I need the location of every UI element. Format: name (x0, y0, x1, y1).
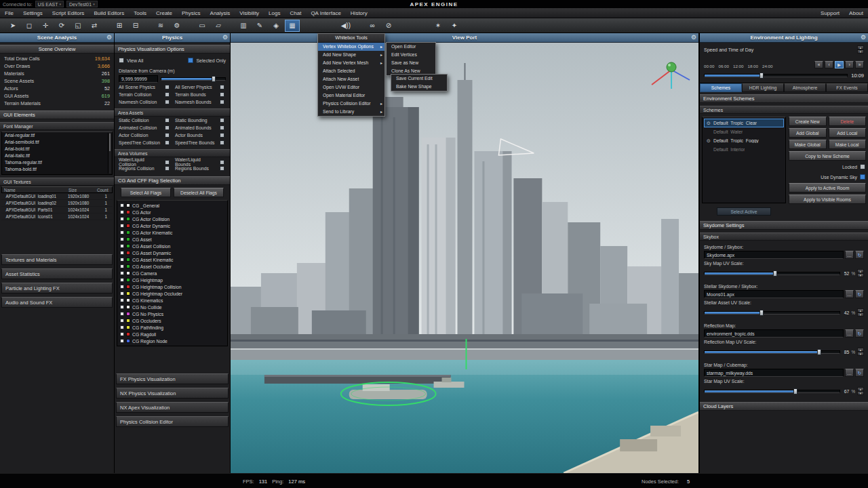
gear-icon[interactable]: ⚙ (861, 34, 866, 41)
paint-tool-icon[interactable]: ✎ (252, 20, 267, 32)
browse-button[interactable]: … (845, 369, 854, 377)
scrollbar[interactable] (108, 133, 111, 174)
refresh-icon[interactable]: ↻ (855, 251, 864, 259)
menu-bar-item[interactable]: History (346, 8, 372, 18)
env-tab[interactable]: Atmosphere (784, 83, 826, 92)
toggle-checkbox-right[interactable] (220, 166, 224, 171)
menu-bar-item[interactable]: Analysis (205, 8, 235, 18)
texture-row[interactable]: _APXDefaultGUI_Icons01 1024x1024 1 (1, 214, 113, 220)
selected-only-checkbox[interactable] (188, 58, 193, 63)
env-tab[interactable]: HDR Lighting (742, 83, 784, 92)
menu-bar-item[interactable]: Script Editors (47, 8, 90, 18)
sky-file-field[interactable]: Skydome.apx (704, 251, 844, 259)
flag-row[interactable]: CG Actor (117, 209, 227, 216)
toggle-checkbox-right[interactable] (220, 92, 224, 97)
flag-row[interactable]: CG Kinematics (117, 297, 227, 304)
terrain-tool-icon[interactable]: ≋ (153, 20, 168, 32)
sky-file-field[interactable]: starmap_milkyway.dds (704, 369, 844, 377)
submenu-item[interactable]: Bake New Shape (391, 83, 447, 91)
menu-item[interactable]: Open UVW Editor ▸ (318, 83, 384, 92)
step-down-icon[interactable]: ▾ (857, 391, 864, 395)
flag-row[interactable]: CG Asset Dynamic (117, 249, 227, 256)
menu-bar-item[interactable]: Build Editors (89, 8, 129, 18)
collapsed-section-bar[interactable]: Textures and Materials (1, 254, 113, 265)
step-down-icon[interactable]: ▾ (857, 49, 864, 54)
slider-handle[interactable] (773, 270, 777, 277)
menu-bar-item[interactable]: Visibility (235, 8, 264, 18)
distance-value-field[interactable]: 9,999.99999 (119, 75, 158, 83)
flag-row[interactable]: CG Asset (117, 236, 227, 243)
toggle-checkbox-left[interactable] (165, 118, 170, 123)
flag-row[interactable]: CG Pathfinding (117, 324, 227, 331)
toggle-checkbox-right[interactable] (220, 85, 224, 89)
flag-row[interactable]: CG Actor Dynamic (117, 222, 227, 229)
toggle-checkbox-right[interactable] (220, 133, 224, 138)
flag-checkbox[interactable] (120, 258, 124, 262)
area-volumes-section[interactable]: Area Volumes (115, 149, 230, 157)
refresh-icon[interactable]: ↻ (855, 369, 864, 377)
submenu-item[interactable]: Save Current Edit (391, 75, 447, 83)
toggle-checkbox-right[interactable] (220, 100, 224, 104)
gui-elements-section[interactable]: GUI Elements (0, 110, 114, 119)
menu-item[interactable]: Attach New Asset ▸ (318, 75, 384, 83)
boat[interactable] (434, 382, 465, 388)
environment-schemes-section[interactable]: Environment Schemes (700, 94, 868, 103)
flag-checkbox[interactable] (120, 203, 124, 207)
scene-analysis-header[interactable]: Scene Analysis ⚙ (0, 33, 114, 43)
region-dropdown[interactable]: US EAST ▾ (35, 1, 64, 7)
flag-checkbox[interactable] (120, 210, 124, 214)
uv-scale-stepper[interactable]: ▴ ▾ (857, 269, 864, 277)
flag-row[interactable]: CG No Collide (117, 304, 227, 310)
toggle-checkbox-left[interactable] (165, 100, 170, 104)
collapsed-section-bar[interactable]: Physics Collision Editor (116, 416, 229, 427)
collapsed-section-bar[interactable]: Particle and Lighting FX (1, 283, 113, 293)
skydome-settings-section[interactable]: Skydome Settings (700, 221, 868, 230)
column-header-count[interactable]: Count (97, 188, 111, 192)
flag-row[interactable]: CG Asset Occluder (117, 263, 227, 270)
flag-checkbox[interactable] (120, 217, 124, 221)
skip-start-button[interactable]: « (814, 61, 823, 68)
menu-bar-item[interactable]: Tools (129, 8, 151, 18)
font-list-item[interactable]: Tahoma-regular.ttf (2, 159, 112, 166)
physics-viz-options-section[interactable]: Physics Visualization Options (115, 45, 230, 54)
toggle-checkbox-right[interactable] (220, 118, 224, 123)
play-button[interactable]: ▶ (835, 61, 844, 68)
flag-checkbox[interactable] (120, 264, 124, 268)
menu-bar-item[interactable]: Logs (264, 8, 285, 18)
flag-row[interactable]: CG _General (117, 202, 227, 209)
gear-icon[interactable]: ⚙ (222, 34, 228, 41)
refresh-icon[interactable]: ↻ (855, 290, 864, 298)
gear-icon[interactable]: ⚙ (106, 34, 112, 41)
uv-scale-slider[interactable] (704, 390, 840, 393)
submenu-item[interactable]: Open Editor (387, 43, 435, 51)
collapsed-section-bar[interactable]: Audio and Sound FX (1, 297, 113, 308)
menu-item[interactable]: Add New Shape ▸ (318, 51, 384, 59)
audio-icon[interactable]: ◀)) (338, 20, 353, 32)
use-dynamic-sky-checkbox[interactable] (860, 174, 865, 180)
browse-button[interactable]: … (845, 290, 854, 298)
toggle-checkbox-left[interactable] (165, 166, 170, 171)
snap-align-icon[interactable]: ⊟ (128, 20, 143, 32)
time-slider[interactable] (704, 74, 848, 77)
browse-button[interactable]: … (845, 251, 854, 259)
texture-row[interactable]: _APXDefaultGUI_loading02 1920x1080 1 (1, 200, 113, 207)
step-down-icon[interactable]: ▾ (857, 312, 864, 317)
env-tab[interactable]: FX Events (826, 83, 868, 92)
slider-handle[interactable] (212, 76, 216, 82)
refresh-icon[interactable]: ↻ (855, 329, 864, 338)
column-header-size[interactable]: Size (68, 188, 97, 192)
flag-row[interactable]: CG Heightmap Occluder (117, 290, 227, 297)
menu-item[interactable]: Open Material Editor ▸ (318, 92, 384, 100)
submenu-item[interactable]: Save as New (387, 59, 435, 67)
toggle-checkbox-left[interactable] (165, 140, 170, 145)
scheme-row[interactable]: ⊙ Default_Water (704, 127, 784, 136)
menu-bar-item[interactable]: File (0, 8, 18, 18)
flag-checkbox[interactable] (120, 278, 124, 282)
flag-checkbox[interactable] (120, 291, 124, 296)
copy-to-new-scheme-button[interactable]: Copy to New Scheme (789, 151, 866, 161)
stats-overlay-icon[interactable]: ▥ (236, 20, 251, 32)
selected-boat[interactable] (349, 390, 427, 399)
environment-header[interactable]: Environment and Lighting ⚙ (700, 33, 868, 43)
menu-bar-item[interactable]: Settings (18, 8, 47, 18)
texture-row[interactable]: _APXDefaultGUI_loading01 1920x1080 1 (1, 193, 113, 200)
